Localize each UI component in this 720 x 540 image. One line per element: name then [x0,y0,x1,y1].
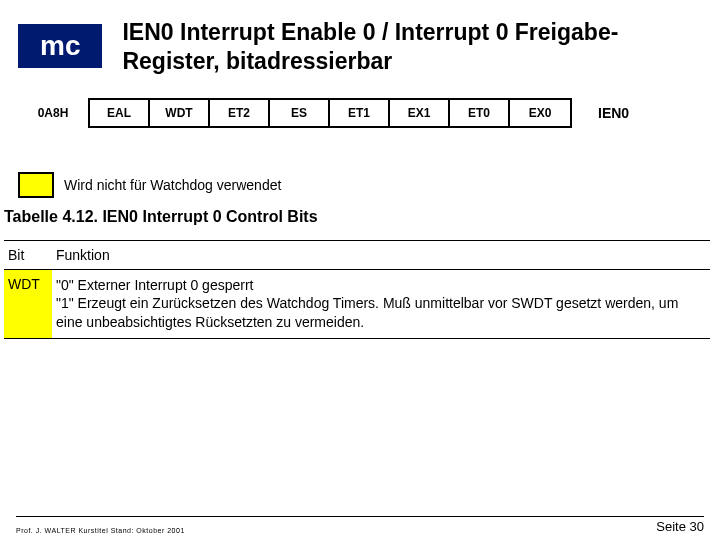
td-bit: WDT [4,269,52,339]
footer-rule [16,516,704,517]
bit-cell: EAL [90,100,150,126]
register-bits: EAL WDT ET2 ES ET1 EX1 ET0 EX0 [88,98,572,128]
highlight-box [18,172,54,198]
bit-cell: EX0 [510,100,570,126]
bit-cell: ET0 [450,100,510,126]
footer-credit: Prof. J. WALTER Kurstitel Stand: Oktober… [16,527,185,534]
bit-cell: ET2 [210,100,270,126]
note-text: Wird nicht für Watchdog verwendet [64,177,281,193]
bit-cell: WDT [150,100,210,126]
bit-cell: EX1 [390,100,450,126]
bit-cell: ES [270,100,330,126]
td-func: "0" Externer Interrupt 0 gesperrt "1" Er… [52,269,710,339]
page-number: Seite 30 [656,519,704,534]
table-row: WDT "0" Externer Interrupt 0 gesperrt "1… [4,269,710,339]
mc-badge: mc [18,24,102,68]
bit-cell: ET1 [330,100,390,126]
table-caption: Tabelle 4.12. IEN0 Interrupt 0 Control B… [4,208,720,226]
th-bit: Bit [4,240,52,269]
register-row: 0A8H EAL WDT ET2 ES ET1 EX1 ET0 EX0 IEN0 [18,98,720,128]
page-title: IEN0 Interrupt Enable 0 / Interrupt 0 Fr… [122,18,710,76]
note-row: Wird nicht für Watchdog verwendet [18,172,720,198]
register-name: IEN0 [598,105,629,121]
th-func: Funktion [52,240,710,269]
register-address: 0A8H [18,106,88,120]
footer: Prof. J. WALTER Kurstitel Stand: Oktober… [0,516,720,540]
bits-table: Bit Funktion WDT "0" Externer Interrupt … [4,240,710,340]
